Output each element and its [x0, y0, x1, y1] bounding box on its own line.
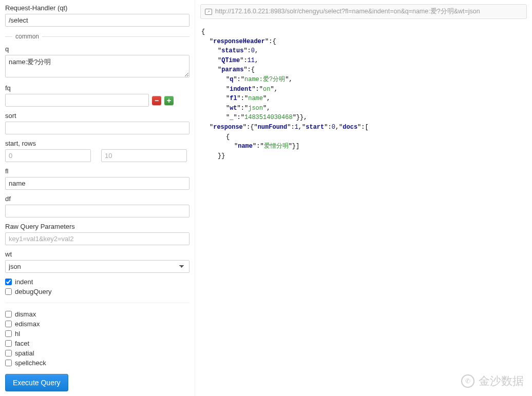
result-url-text: http://172.16.0.221:8983/solr/chengyu/se… — [215, 7, 480, 16]
common-legend: common — [5, 33, 189, 40]
link-icon: ↗ — [205, 9, 212, 15]
rows-input[interactable] — [101, 149, 187, 162]
edismax-label: edismax — [15, 320, 40, 328]
sort-label: sort — [5, 112, 189, 120]
q-input[interactable] — [5, 55, 189, 77]
raw-params-input[interactable] — [5, 232, 189, 245]
spellcheck-label: spellcheck — [15, 359, 46, 367]
fq-input[interactable] — [5, 94, 149, 107]
json-output: { "responseHeader":{ "status":0, "QTime"… — [200, 27, 527, 161]
result-url-bar[interactable]: ↗ http://172.16.0.221:8983/solr/chengyu/… — [200, 4, 527, 19]
remove-fq-icon[interactable]: − — [152, 96, 161, 105]
indent-label: indent — [15, 278, 33, 286]
dismax-label: dismax — [15, 310, 36, 318]
qt-input[interactable] — [5, 14, 189, 27]
spatial-label: spatial — [15, 349, 34, 357]
start-input[interactable] — [5, 149, 91, 162]
spatial-checkbox[interactable] — [5, 350, 12, 357]
wt-select[interactable]: json — [5, 260, 189, 273]
hl-label: hl — [15, 330, 20, 338]
start-rows-label: start, rows — [5, 140, 189, 147]
qt-label: Request-Handler (qt) — [5, 4, 189, 12]
dismax-checkbox[interactable] — [5, 311, 12, 318]
wt-label: wt — [5, 250, 189, 258]
df-input[interactable] — [5, 205, 189, 217]
edismax-checkbox[interactable] — [5, 321, 12, 327]
spellcheck-checkbox[interactable] — [5, 360, 12, 366]
debugquery-checkbox[interactable] — [5, 288, 12, 295]
wechat-icon: ✆ — [461, 374, 474, 388]
q-label: q — [5, 45, 189, 53]
sort-input[interactable] — [5, 122, 189, 134]
watermark: ✆ 金沙数据 — [461, 373, 524, 389]
df-label: df — [5, 195, 189, 203]
raw-params-label: Raw Query Parameters — [5, 223, 189, 230]
debugquery-label: debugQuery — [15, 288, 52, 295]
facet-label: facet — [15, 340, 29, 347]
fl-input[interactable] — [5, 177, 189, 190]
execute-query-button[interactable]: Execute Query — [5, 374, 68, 391]
hl-checkbox[interactable] — [5, 330, 12, 337]
indent-checkbox[interactable] — [5, 279, 12, 285]
fq-label: fq — [5, 84, 189, 92]
facet-checkbox[interactable] — [5, 340, 12, 347]
fl-label: fl — [5, 167, 189, 175]
separator — [5, 303, 189, 303]
add-fq-icon[interactable]: + — [164, 96, 174, 105]
